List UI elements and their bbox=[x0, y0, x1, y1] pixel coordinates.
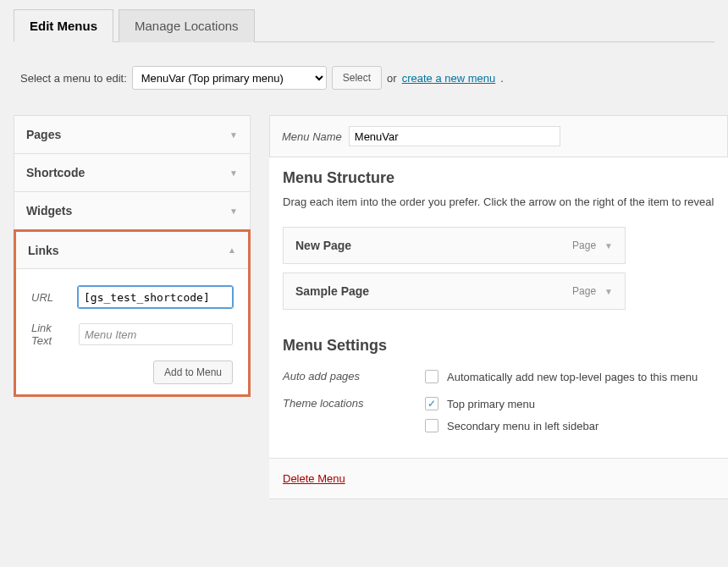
theme-locations-value: ✓ Top primary menu Secondary menu in lef… bbox=[425, 397, 598, 432]
select-button[interactable]: Select bbox=[332, 66, 382, 90]
left-column: Pages ▼ Shortcode ▼ Widgets ▼ Links ▲ bbox=[14, 115, 251, 499]
accordion-shortcode: Shortcode ▼ bbox=[14, 153, 251, 192]
menu-item-type-text: Page bbox=[572, 285, 596, 297]
delete-menu-link[interactable]: Delete Menu bbox=[283, 472, 345, 485]
accordion-title-widgets: Widgets bbox=[26, 204, 72, 217]
menu-footer: Delete Menu bbox=[269, 458, 728, 498]
top-primary-checkbox[interactable]: ✓ bbox=[425, 397, 438, 410]
menu-structure-section: Menu Structure Drag each item into the o… bbox=[269, 157, 728, 337]
accordion-header-pages[interactable]: Pages ▼ bbox=[14, 116, 250, 153]
caret-down-icon[interactable]: ▼ bbox=[604, 287, 613, 296]
menu-panel: Menu Name Menu Structure Drag each item … bbox=[269, 115, 728, 499]
accordion-links: Links ▲ URL Link Text Add to Menu bbox=[14, 229, 251, 397]
secondary-menu-row: Secondary menu in left sidebar bbox=[425, 419, 598, 432]
auto-add-checkbox-row: Automatically add new top-level pages to… bbox=[425, 370, 698, 383]
accordion-header-widgets[interactable]: Widgets ▼ bbox=[14, 192, 250, 229]
period: . bbox=[500, 72, 504, 85]
menu-settings-heading: Menu Settings bbox=[283, 337, 714, 355]
caret-down-icon: ▼ bbox=[229, 168, 238, 178]
create-new-menu-link[interactable]: create a new menu bbox=[402, 72, 496, 85]
tab-manage-locations[interactable]: Manage Locations bbox=[119, 9, 255, 42]
top-primary-row: ✓ Top primary menu bbox=[425, 397, 598, 410]
menu-name-row: Menu Name bbox=[269, 115, 728, 157]
url-row: URL bbox=[31, 286, 233, 308]
tab-edit-menus[interactable]: Edit Menus bbox=[14, 9, 113, 42]
caret-down-icon[interactable]: ▼ bbox=[604, 241, 613, 250]
accordion-title-pages: Pages bbox=[26, 128, 61, 141]
menu-name-label: Menu Name bbox=[282, 130, 342, 143]
main-columns: Pages ▼ Shortcode ▼ Widgets ▼ Links ▲ bbox=[14, 115, 728, 499]
caret-up-icon: ▲ bbox=[228, 245, 236, 255]
menu-item-type: Page ▼ bbox=[572, 285, 613, 297]
links-body: URL Link Text Add to Menu bbox=[16, 269, 248, 394]
add-to-menu-button[interactable]: Add to Menu bbox=[153, 361, 233, 384]
accordion-title-shortcode: Shortcode bbox=[26, 166, 85, 179]
link-text-input[interactable] bbox=[79, 323, 233, 345]
top-primary-text: Top primary menu bbox=[447, 398, 535, 410]
url-input[interactable] bbox=[78, 286, 233, 308]
accordion-header-links[interactable]: Links ▲ bbox=[16, 232, 248, 269]
add-to-menu-row: Add to Menu bbox=[31, 361, 233, 384]
or-text: or bbox=[387, 72, 397, 85]
menu-item-title: New Page bbox=[295, 239, 351, 252]
accordion-header-shortcode[interactable]: Shortcode ▼ bbox=[14, 154, 250, 191]
nav-tabs: Edit Menus Manage Locations bbox=[14, 8, 714, 42]
url-label: URL bbox=[31, 291, 68, 304]
accordion-title-links: Links bbox=[28, 244, 59, 257]
caret-down-icon: ▼ bbox=[229, 130, 238, 140]
menu-structure-heading: Menu Structure bbox=[283, 169, 714, 187]
accordion-pages: Pages ▼ bbox=[14, 115, 251, 154]
link-text-row: Link Text bbox=[31, 322, 233, 347]
menu-settings-section: Menu Settings Auto add pages Automatical… bbox=[269, 337, 728, 458]
menu-select-dropdown[interactable]: MenuVar (Top primary menu) bbox=[132, 66, 327, 90]
caret-down-icon: ▼ bbox=[229, 206, 238, 216]
menu-item-title: Sample Page bbox=[295, 284, 369, 298]
auto-add-text: Automatically add new top-level pages to… bbox=[447, 371, 698, 383]
menu-item[interactable]: New Page Page ▼ bbox=[283, 227, 626, 264]
auto-add-value: Automatically add new top-level pages to… bbox=[425, 370, 698, 383]
menu-select-row: Select a menu to edit: MenuVar (Top prim… bbox=[20, 66, 714, 90]
menu-structure-help: Drag each item into the order you prefer… bbox=[283, 195, 714, 208]
auto-add-checkbox[interactable] bbox=[425, 370, 438, 383]
select-menu-label: Select a menu to edit: bbox=[20, 72, 127, 85]
menu-item[interactable]: Sample Page Page ▼ bbox=[283, 272, 626, 310]
menu-item-type-text: Page bbox=[572, 239, 596, 251]
menu-name-input[interactable] bbox=[349, 126, 560, 146]
auto-add-label: Auto add pages bbox=[283, 370, 425, 383]
secondary-menu-text: Secondary menu in left sidebar bbox=[447, 420, 598, 432]
theme-locations-row: Theme locations ✓ Top primary menu Secon… bbox=[283, 390, 714, 439]
theme-locations-label: Theme locations bbox=[283, 397, 425, 432]
link-text-label: Link Text bbox=[31, 322, 69, 347]
secondary-menu-checkbox[interactable] bbox=[425, 419, 438, 432]
right-column: Menu Name Menu Structure Drag each item … bbox=[269, 115, 728, 499]
menu-item-type: Page ▼ bbox=[572, 239, 613, 251]
accordion-widgets: Widgets ▼ bbox=[14, 191, 251, 230]
auto-add-pages-row: Auto add pages Automatically add new top… bbox=[283, 363, 714, 390]
